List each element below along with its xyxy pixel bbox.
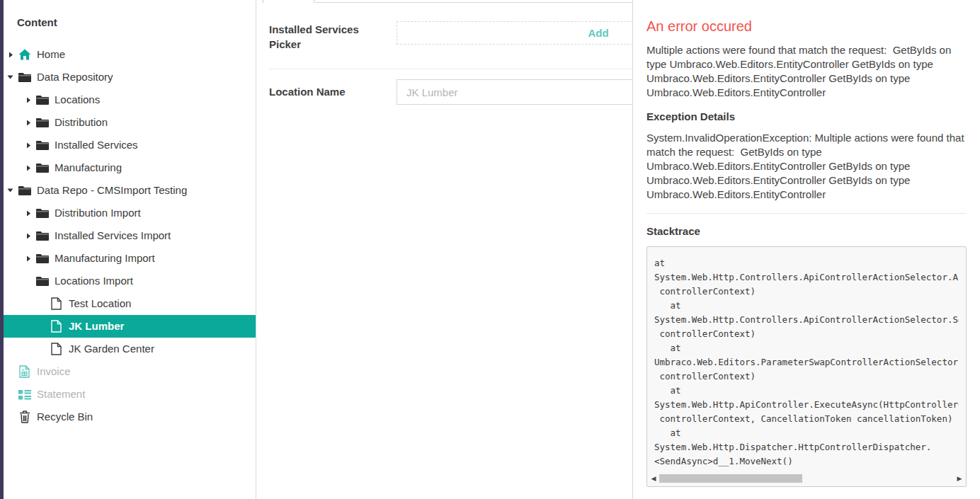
chevron-down-icon[interactable]	[6, 188, 15, 193]
content-tree: Home Data Repository Locations Distribut…	[4, 43, 256, 428]
chevron-right-icon[interactable]	[23, 210, 33, 217]
chevron-right-icon[interactable]	[23, 233, 33, 239]
stacktrace-text: at System.Web.Http.Controllers.ApiContro…	[654, 256, 959, 469]
tree-item-label: Recycle Bin	[37, 411, 93, 423]
error-panel: An error occured Multiple actions were f…	[632, 0, 980, 499]
stacktrace-code-block: at System.Web.Http.Controllers.ApiContro…	[646, 246, 967, 487]
tree-item-label: Home	[37, 48, 65, 61]
tree-item-jk-garden-center[interactable]: JK Garden Center	[4, 338, 256, 360]
tree-item-distribution[interactable]: Distribution	[4, 111, 256, 134]
chevron-right-icon[interactable]	[6, 52, 15, 58]
tree-item-label: Installed Services	[55, 139, 138, 151]
error-message: Multiple actions were found that match t…	[646, 43, 967, 100]
chevron-right-icon[interactable]	[23, 142, 33, 149]
scrollbar-track[interactable]	[658, 474, 955, 483]
chevron-right-icon[interactable]	[23, 97, 33, 103]
statement-icon	[18, 389, 31, 400]
field-label-installed-services-picker: Installed Services Picker	[269, 22, 375, 52]
tree-item-distribution-import[interactable]: Distribution Import	[4, 202, 256, 224]
tree-item-label: Test Location	[69, 297, 131, 310]
document-icon	[50, 320, 63, 333]
tree-item-label: Manufacturing Import	[55, 252, 155, 265]
tree-item-label: Data Repository	[37, 71, 113, 84]
tree-item-label: Distribution	[55, 116, 108, 129]
tree-item-label: Invoice	[37, 365, 71, 378]
document-icon	[50, 297, 63, 310]
tree-item-locations[interactable]: Locations	[4, 88, 256, 111]
folder-icon	[35, 253, 49, 263]
tree-item-installed-services-import[interactable]: Installed Services Import	[4, 224, 256, 247]
tree-item-data-repo-cmsimport-testing[interactable]: Data Repo - CMSImport Testing	[4, 179, 256, 202]
home-icon	[18, 49, 31, 60]
document-icon	[50, 343, 63, 355]
trash-icon	[18, 411, 31, 423]
section-divider	[646, 213, 967, 214]
tree-item-label: JK Lumber	[69, 320, 124, 333]
folder-icon	[35, 163, 49, 173]
tree-item-label: JK Garden Center	[69, 343, 154, 355]
folder-icon	[18, 72, 31, 82]
content-tree-panel: Content Home Data Repository Locations D…	[4, 0, 256, 499]
tree-item-label: Locations Import	[55, 275, 133, 287]
scroll-right-arrow-icon[interactable]: ▶	[955, 474, 964, 483]
folder-icon	[35, 231, 49, 241]
scroll-left-arrow-icon[interactable]: ◀	[649, 474, 658, 483]
folder-icon	[18, 185, 31, 195]
chevron-right-icon[interactable]	[23, 256, 33, 262]
field-divider	[269, 69, 632, 69]
tree-item-label: Statement	[37, 388, 85, 401]
exception-details-text: System.InvalidOperationException: Multip…	[646, 131, 967, 202]
tree-item-locations-import[interactable]: Locations Import	[4, 270, 256, 292]
tree-item-data-repository[interactable]: Data Repository	[4, 66, 256, 88]
tree-item-label: Locations	[55, 93, 100, 106]
add-button[interactable]: Add	[588, 27, 608, 39]
tree-item-label: Manufacturing	[55, 161, 122, 174]
folder-icon	[35, 140, 49, 150]
folder-icon	[35, 117, 49, 127]
tree-item-statement[interactable]: Statement	[4, 383, 256, 406]
horizontal-scrollbar[interactable]: ◀ ▶	[649, 474, 964, 483]
tree-item-label: Data Repo - CMSImport Testing	[37, 184, 187, 197]
invoice-icon	[18, 365, 31, 378]
chevron-right-icon[interactable]	[23, 120, 33, 126]
chevron-right-icon[interactable]	[23, 165, 33, 171]
folder-icon	[35, 95, 49, 105]
exception-details-heading: Exception Details	[646, 110, 967, 122]
tree-item-manufacturing[interactable]: Manufacturing	[4, 156, 256, 179]
tree-item-manufacturing-import[interactable]: Manufacturing Import	[4, 247, 256, 270]
tab-active[interactable]	[263, 0, 314, 3]
stacktrace-heading: Stacktrace	[646, 225, 967, 237]
tree-section-title: Content	[4, 0, 256, 28]
scrollbar-thumb[interactable]	[659, 474, 802, 483]
tree-item-label: Installed Services Import	[55, 229, 171, 242]
error-title: An error occured	[646, 18, 967, 35]
tree-item-invoice[interactable]: Invoice	[4, 360, 256, 383]
folder-icon	[35, 208, 49, 218]
tree-item-home[interactable]: Home	[4, 43, 256, 66]
tree-item-test-location[interactable]: Test Location	[4, 292, 256, 315]
tree-item-jk-lumber[interactable]: JK Lumber	[4, 315, 256, 338]
chevron-down-icon[interactable]	[6, 74, 15, 80]
tree-item-label: Distribution Import	[55, 207, 141, 219]
tree-item-installed-services[interactable]: Installed Services	[4, 134, 256, 156]
folder-icon	[35, 276, 49, 286]
field-label-location-name: Location Name	[269, 84, 375, 99]
tree-item-recycle-bin[interactable]: Recycle Bin	[4, 406, 256, 428]
